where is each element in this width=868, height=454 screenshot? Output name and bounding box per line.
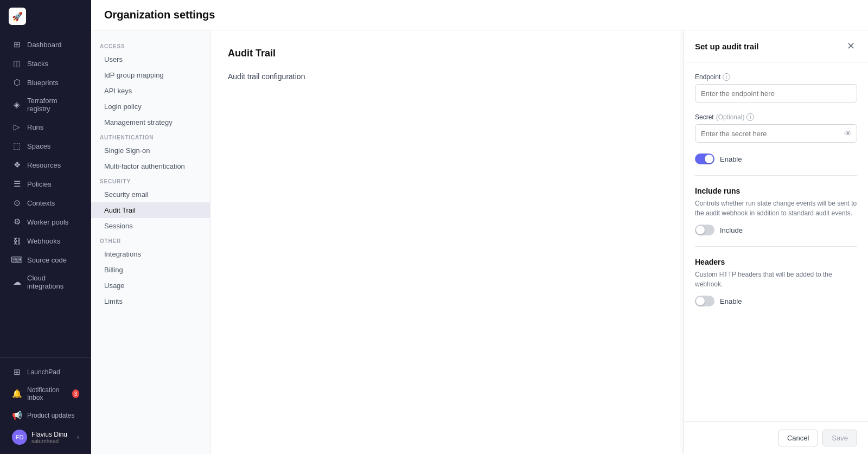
right-panel-body: Endpoint i Secret (Optional) i 👁: [684, 62, 868, 421]
headers-toggle-row: Enable: [695, 296, 857, 306]
sidebar-label-policies: Policies: [27, 180, 52, 188]
sidebar-item-resources[interactable]: ❖Resources: [3, 156, 88, 174]
terraform-registry-icon: ◈: [12, 100, 22, 110]
spaces-icon: ⬚: [12, 141, 22, 151]
right-panel: Set up audit trail ✕ Endpoint i Secret (…: [684, 30, 868, 454]
sidebar-label-contexts: Contexts: [27, 199, 55, 207]
sidebar-item-runs[interactable]: ▷Runs: [3, 118, 88, 136]
sidebar-label-webhooks: Webhooks: [27, 237, 60, 245]
headers-toggle-label: Enable: [720, 297, 742, 305]
enable-toggle[interactable]: [695, 154, 714, 164]
launchpad-icon: ⊞: [12, 367, 22, 377]
sidebar-item-dashboard[interactable]: ⊞Dashboard: [3, 35, 88, 54]
worker-pools-icon: ⚙: [12, 217, 22, 227]
sidebar-bottom-launchpad[interactable]: ⊞LaunchPad: [3, 363, 88, 381]
sidebar-bottom-product-updates[interactable]: 📢Product updates: [3, 406, 88, 425]
sidebar-label-runs: Runs: [27, 123, 43, 131]
sidebar-label-dashboard: Dashboard: [27, 41, 62, 49]
sidebar-item-source-code[interactable]: ⌨Source code: [3, 251, 88, 269]
settings-nav-integrations[interactable]: Integrations: [91, 246, 210, 262]
settings-nav-single-sign-on[interactable]: Single Sign-on: [91, 143, 210, 158]
sidebar-bottom-notification-inbox[interactable]: 🔔Notification Inbox3: [3, 382, 88, 406]
stacks-icon: ◫: [12, 59, 22, 68]
notification-inbox-icon: 🔔: [12, 389, 22, 399]
settings-nav-users[interactable]: Users: [91, 52, 210, 67]
sidebar-label-stacks: Stacks: [27, 60, 48, 68]
user-info: Flavius Dinu saturnhead: [31, 431, 73, 444]
chevron-right-icon: ›: [77, 433, 79, 441]
sidebar-label-resources: Resources: [27, 161, 61, 169]
user-profile[interactable]: FD Flavius Dinu saturnhead ›: [3, 425, 88, 449]
toggle-knob: [705, 155, 713, 163]
include-runs-section: Include runs Controls whether run state …: [695, 187, 857, 235]
sidebar-item-blueprints[interactable]: ⬡Blueprints: [3, 73, 88, 92]
sidebar-label-terraform-registry: Terraform registry: [27, 97, 79, 113]
badge-notification-inbox: 3: [72, 389, 79, 398]
settings-nav-management-strategy[interactable]: Management strategy: [91, 114, 210, 130]
product-updates-icon: 📢: [12, 411, 22, 420]
settings-section-access: ACCESS: [91, 39, 210, 52]
settings-nav-billing[interactable]: Billing: [91, 262, 210, 278]
headers-toggle[interactable]: [695, 296, 714, 306]
page-title: Organization settings: [104, 9, 855, 21]
settings-nav-api-keys[interactable]: API keys: [91, 83, 210, 99]
content-sub-heading: Audit trail configuration: [228, 72, 666, 81]
endpoint-info-icon[interactable]: i: [723, 73, 730, 81]
sidebar-bottom: ⊞LaunchPad🔔Notification Inbox3📢Product u…: [0, 357, 91, 454]
sidebar: 🚀 ⊞Dashboard◫Stacks⬡Blueprints◈Terraform…: [0, 0, 91, 454]
logo-icon: 🚀: [9, 8, 26, 25]
sidebar-item-stacks[interactable]: ◫Stacks: [3, 54, 88, 73]
close-button[interactable]: ✕: [845, 39, 857, 53]
sidebar-item-terraform-registry[interactable]: ◈Terraform registry: [3, 92, 88, 117]
settings-nav: ACCESSUsersIdP group mappingAPI keysLogi…: [91, 30, 210, 454]
sidebar-item-worker-pools[interactable]: ⚙Worker pools: [3, 213, 88, 231]
enable-toggle-row: Enable: [695, 154, 857, 164]
save-button[interactable]: Save: [822, 430, 857, 446]
include-runs-desc: Controls whether run state change events…: [695, 199, 857, 218]
settings-nav-security-email[interactable]: Security email: [91, 187, 210, 202]
cloud-integrations-icon: ☁: [12, 277, 22, 287]
headers-toggle-knob: [696, 297, 705, 305]
endpoint-label: Endpoint i: [695, 73, 857, 81]
include-toggle-label: Include: [720, 226, 743, 234]
sidebar-item-policies[interactable]: ☰Policies: [3, 175, 88, 193]
include-toggle[interactable]: [695, 225, 714, 235]
runs-icon: ▷: [12, 122, 22, 132]
include-runs-title: Include runs: [695, 187, 857, 195]
policies-icon: ☰: [12, 179, 22, 189]
endpoint-input[interactable]: [695, 84, 857, 103]
settings-nav-audit-trail[interactable]: Audit Trail: [91, 202, 210, 218]
content-panel: Audit Trail Audit trail configuration: [210, 30, 684, 454]
sidebar-label-blueprints: Blueprints: [27, 79, 59, 87]
settings-nav-limits[interactable]: Limits: [91, 293, 210, 309]
sidebar-nav: ⊞Dashboard◫Stacks⬡Blueprints◈Terraform r…: [0, 33, 91, 357]
sidebar-item-cloud-integrations[interactable]: ☁Cloud integrations: [3, 270, 88, 295]
content-area: ACCESSUsersIdP group mappingAPI keysLogi…: [91, 30, 868, 454]
sidebar-item-contexts[interactable]: ⊙Contexts: [3, 194, 88, 212]
secret-info-icon[interactable]: i: [746, 113, 754, 121]
settings-nav-sessions[interactable]: Sessions: [91, 218, 210, 234]
avatar: FD: [12, 430, 27, 445]
secret-input[interactable]: [695, 124, 857, 143]
secret-input-wrapper: 👁: [695, 124, 857, 143]
divider-2: [695, 246, 857, 247]
secret-label: Secret (Optional) i: [695, 113, 857, 121]
include-toggle-row: Include: [695, 225, 857, 235]
headers-desc: Custom HTTP headers that will be added t…: [695, 270, 857, 289]
bottom-label-notification-inbox: Notification Inbox: [27, 386, 67, 401]
cancel-button[interactable]: Cancel: [778, 430, 818, 446]
settings-nav-login-policy[interactable]: Login policy: [91, 99, 210, 114]
sidebar-label-spaces: Spaces: [27, 142, 50, 150]
sidebar-label-source-code: Source code: [27, 256, 67, 264]
resources-icon: ❖: [12, 160, 22, 170]
sidebar-item-webhooks[interactable]: ⛓Webhooks: [3, 232, 88, 250]
sidebar-item-spaces[interactable]: ⬚Spaces: [3, 137, 88, 155]
contexts-icon: ⊙: [12, 198, 22, 208]
settings-nav-mfa[interactable]: Multi-factor authentication: [91, 158, 210, 174]
settings-nav-usage[interactable]: Usage: [91, 278, 210, 293]
bottom-label-launchpad: LaunchPad: [27, 368, 60, 376]
source-code-icon: ⌨: [12, 255, 22, 265]
endpoint-field-group: Endpoint i: [695, 73, 857, 103]
settings-nav-idp-group-mapping[interactable]: IdP group mapping: [91, 67, 210, 83]
eye-icon[interactable]: 👁: [844, 129, 852, 138]
